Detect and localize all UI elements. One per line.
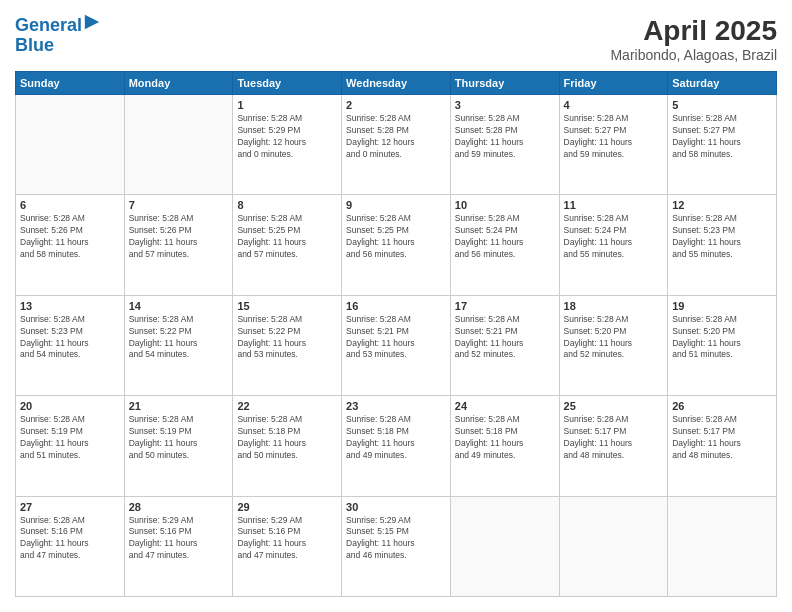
day-detail: Sunrise: 5:28 AM Sunset: 5:21 PM Dayligh…	[346, 314, 446, 362]
logo-blue: Blue	[15, 35, 54, 55]
calendar-week-2: 6Sunrise: 5:28 AM Sunset: 5:26 PM Daylig…	[16, 195, 777, 295]
calendar-cell: 29Sunrise: 5:29 AM Sunset: 5:16 PM Dayli…	[233, 496, 342, 596]
day-detail: Sunrise: 5:28 AM Sunset: 5:23 PM Dayligh…	[20, 314, 120, 362]
calendar-cell: 9Sunrise: 5:28 AM Sunset: 5:25 PM Daylig…	[342, 195, 451, 295]
calendar-cell	[124, 95, 233, 195]
calendar-cell: 22Sunrise: 5:28 AM Sunset: 5:18 PM Dayli…	[233, 396, 342, 496]
calendar-cell: 28Sunrise: 5:29 AM Sunset: 5:16 PM Dayli…	[124, 496, 233, 596]
day-number: 14	[129, 300, 229, 312]
calendar-cell: 15Sunrise: 5:28 AM Sunset: 5:22 PM Dayli…	[233, 295, 342, 395]
day-number: 7	[129, 199, 229, 211]
calendar-cell: 18Sunrise: 5:28 AM Sunset: 5:20 PM Dayli…	[559, 295, 668, 395]
header: General Blue April 2025 Maribondo, Alago…	[15, 15, 777, 63]
calendar-cell: 4Sunrise: 5:28 AM Sunset: 5:27 PM Daylig…	[559, 95, 668, 195]
calendar-body: 1Sunrise: 5:28 AM Sunset: 5:29 PM Daylig…	[16, 95, 777, 597]
day-number: 29	[237, 501, 337, 513]
calendar-cell: 1Sunrise: 5:28 AM Sunset: 5:29 PM Daylig…	[233, 95, 342, 195]
day-number: 18	[564, 300, 664, 312]
day-detail: Sunrise: 5:28 AM Sunset: 5:16 PM Dayligh…	[20, 515, 120, 563]
day-number: 5	[672, 99, 772, 111]
page-title: April 2025	[610, 15, 777, 47]
calendar-cell: 10Sunrise: 5:28 AM Sunset: 5:24 PM Dayli…	[450, 195, 559, 295]
day-detail: Sunrise: 5:28 AM Sunset: 5:20 PM Dayligh…	[564, 314, 664, 362]
logo: General Blue	[15, 15, 101, 56]
calendar-header: SundayMondayTuesdayWednesdayThursdayFrid…	[16, 72, 777, 95]
day-detail: Sunrise: 5:29 AM Sunset: 5:16 PM Dayligh…	[237, 515, 337, 563]
day-number: 23	[346, 400, 446, 412]
calendar-week-3: 13Sunrise: 5:28 AM Sunset: 5:23 PM Dayli…	[16, 295, 777, 395]
calendar-cell: 25Sunrise: 5:28 AM Sunset: 5:17 PM Dayli…	[559, 396, 668, 496]
calendar-cell: 19Sunrise: 5:28 AM Sunset: 5:20 PM Dayli…	[668, 295, 777, 395]
calendar-table: SundayMondayTuesdayWednesdayThursdayFrid…	[15, 71, 777, 597]
calendar-cell: 3Sunrise: 5:28 AM Sunset: 5:28 PM Daylig…	[450, 95, 559, 195]
day-detail: Sunrise: 5:28 AM Sunset: 5:19 PM Dayligh…	[20, 414, 120, 462]
calendar-week-5: 27Sunrise: 5:28 AM Sunset: 5:16 PM Dayli…	[16, 496, 777, 596]
day-detail: Sunrise: 5:28 AM Sunset: 5:27 PM Dayligh…	[564, 113, 664, 161]
day-number: 4	[564, 99, 664, 111]
calendar-cell: 17Sunrise: 5:28 AM Sunset: 5:21 PM Dayli…	[450, 295, 559, 395]
logo-text: General Blue	[15, 15, 101, 56]
day-detail: Sunrise: 5:28 AM Sunset: 5:20 PM Dayligh…	[672, 314, 772, 362]
day-detail: Sunrise: 5:28 AM Sunset: 5:19 PM Dayligh…	[129, 414, 229, 462]
calendar-cell: 26Sunrise: 5:28 AM Sunset: 5:17 PM Dayli…	[668, 396, 777, 496]
calendar-cell: 8Sunrise: 5:28 AM Sunset: 5:25 PM Daylig…	[233, 195, 342, 295]
calendar-cell: 27Sunrise: 5:28 AM Sunset: 5:16 PM Dayli…	[16, 496, 125, 596]
calendar-cell: 2Sunrise: 5:28 AM Sunset: 5:28 PM Daylig…	[342, 95, 451, 195]
day-number: 19	[672, 300, 772, 312]
calendar-cell: 24Sunrise: 5:28 AM Sunset: 5:18 PM Dayli…	[450, 396, 559, 496]
calendar-cell: 16Sunrise: 5:28 AM Sunset: 5:21 PM Dayli…	[342, 295, 451, 395]
day-detail: Sunrise: 5:28 AM Sunset: 5:29 PM Dayligh…	[237, 113, 337, 161]
day-detail: Sunrise: 5:28 AM Sunset: 5:17 PM Dayligh…	[672, 414, 772, 462]
col-header-monday: Monday	[124, 72, 233, 95]
day-detail: Sunrise: 5:29 AM Sunset: 5:15 PM Dayligh…	[346, 515, 446, 563]
day-number: 8	[237, 199, 337, 211]
col-header-saturday: Saturday	[668, 72, 777, 95]
day-detail: Sunrise: 5:28 AM Sunset: 5:18 PM Dayligh…	[455, 414, 555, 462]
logo-icon	[83, 13, 101, 31]
calendar-week-1: 1Sunrise: 5:28 AM Sunset: 5:29 PM Daylig…	[16, 95, 777, 195]
calendar-cell	[559, 496, 668, 596]
calendar-cell	[668, 496, 777, 596]
day-detail: Sunrise: 5:28 AM Sunset: 5:28 PM Dayligh…	[346, 113, 446, 161]
day-number: 9	[346, 199, 446, 211]
logo-general: General	[15, 15, 82, 35]
day-number: 12	[672, 199, 772, 211]
day-detail: Sunrise: 5:28 AM Sunset: 5:18 PM Dayligh…	[346, 414, 446, 462]
day-detail: Sunrise: 5:28 AM Sunset: 5:21 PM Dayligh…	[455, 314, 555, 362]
calendar-week-4: 20Sunrise: 5:28 AM Sunset: 5:19 PM Dayli…	[16, 396, 777, 496]
calendar-cell: 23Sunrise: 5:28 AM Sunset: 5:18 PM Dayli…	[342, 396, 451, 496]
day-number: 11	[564, 199, 664, 211]
day-detail: Sunrise: 5:28 AM Sunset: 5:26 PM Dayligh…	[129, 213, 229, 261]
day-detail: Sunrise: 5:28 AM Sunset: 5:24 PM Dayligh…	[564, 213, 664, 261]
day-number: 15	[237, 300, 337, 312]
page: General Blue April 2025 Maribondo, Alago…	[0, 0, 792, 612]
day-number: 21	[129, 400, 229, 412]
day-number: 13	[20, 300, 120, 312]
day-number: 26	[672, 400, 772, 412]
day-detail: Sunrise: 5:28 AM Sunset: 5:26 PM Dayligh…	[20, 213, 120, 261]
calendar-cell	[450, 496, 559, 596]
day-number: 6	[20, 199, 120, 211]
day-detail: Sunrise: 5:28 AM Sunset: 5:25 PM Dayligh…	[237, 213, 337, 261]
day-number: 16	[346, 300, 446, 312]
header-row: SundayMondayTuesdayWednesdayThursdayFrid…	[16, 72, 777, 95]
day-number: 25	[564, 400, 664, 412]
day-detail: Sunrise: 5:28 AM Sunset: 5:25 PM Dayligh…	[346, 213, 446, 261]
day-number: 3	[455, 99, 555, 111]
col-header-tuesday: Tuesday	[233, 72, 342, 95]
day-number: 28	[129, 501, 229, 513]
day-number: 17	[455, 300, 555, 312]
calendar-cell: 12Sunrise: 5:28 AM Sunset: 5:23 PM Dayli…	[668, 195, 777, 295]
day-detail: Sunrise: 5:28 AM Sunset: 5:22 PM Dayligh…	[129, 314, 229, 362]
day-number: 30	[346, 501, 446, 513]
svg-marker-0	[85, 15, 99, 29]
day-detail: Sunrise: 5:28 AM Sunset: 5:28 PM Dayligh…	[455, 113, 555, 161]
day-number: 27	[20, 501, 120, 513]
calendar-cell: 6Sunrise: 5:28 AM Sunset: 5:26 PM Daylig…	[16, 195, 125, 295]
col-header-wednesday: Wednesday	[342, 72, 451, 95]
title-block: April 2025 Maribondo, Alagoas, Brazil	[610, 15, 777, 63]
day-number: 10	[455, 199, 555, 211]
calendar-cell	[16, 95, 125, 195]
day-detail: Sunrise: 5:28 AM Sunset: 5:24 PM Dayligh…	[455, 213, 555, 261]
calendar-cell: 11Sunrise: 5:28 AM Sunset: 5:24 PM Dayli…	[559, 195, 668, 295]
